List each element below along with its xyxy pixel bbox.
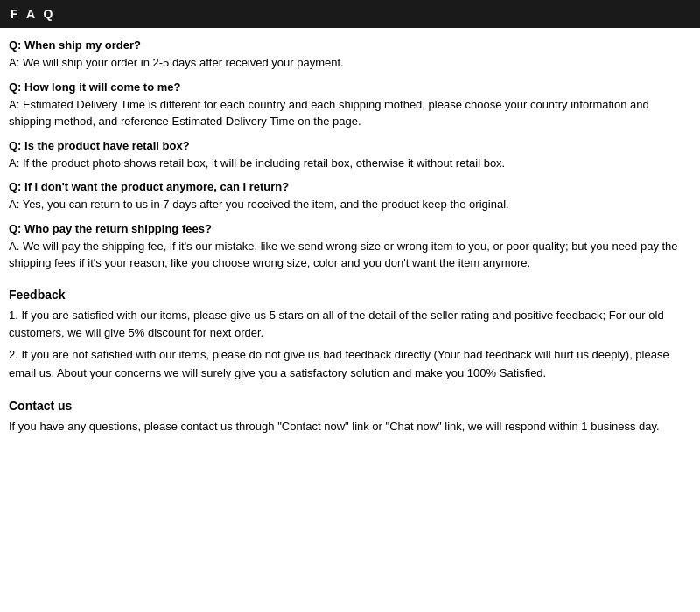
faq-item-3: Q: Is the product have retail box? A: If… bbox=[9, 139, 691, 172]
answer-5: A. We will pay the shipping fee, if it's… bbox=[9, 238, 691, 272]
faq-item-5: Q: Who pay the return shipping fees? A. … bbox=[9, 222, 691, 272]
feedback-content: 1. If you are satisfied with our items, … bbox=[9, 307, 691, 383]
question-1: Q: When ship my order? bbox=[9, 38, 691, 52]
feedback-point-2: 2. If you are not satisfied with our ite… bbox=[9, 346, 691, 383]
contact-title: Contact us bbox=[9, 399, 691, 413]
answer-3: A: If the product photo shows retail box… bbox=[9, 155, 691, 172]
faq-header: F A Q bbox=[0, 0, 700, 28]
question-3: Q: Is the product have retail box? bbox=[9, 139, 691, 152]
answer-2: A: Estimated Delivery Time is different … bbox=[9, 96, 691, 130]
feedback-title: Feedback bbox=[9, 288, 691, 302]
contact-section: Contact us If you have any questions, pl… bbox=[9, 399, 691, 436]
contact-content: If you have any questions, please contac… bbox=[9, 418, 691, 436]
question-5: Q: Who pay the return shipping fees? bbox=[9, 222, 691, 235]
feedback-point-1: 1. If you are satisfied with our items, … bbox=[9, 307, 691, 344]
faq-item-1: Q: When ship my order? A: We will ship y… bbox=[9, 38, 691, 72]
question-2: Q: How long it will come to me? bbox=[9, 80, 691, 94]
answer-1: A: We will ship your order in 2-5 days a… bbox=[9, 54, 691, 72]
faq-item-4: Q: If I don't want the product anymore, … bbox=[9, 180, 691, 213]
question-4: Q: If I don't want the product anymore, … bbox=[9, 180, 691, 193]
feedback-section: Feedback 1. If you are satisfied with ou… bbox=[9, 288, 691, 383]
faq-item-2: Q: How long it will come to me? A: Estim… bbox=[9, 80, 691, 130]
answer-4: A: Yes, you can return to us in 7 days a… bbox=[9, 196, 691, 213]
